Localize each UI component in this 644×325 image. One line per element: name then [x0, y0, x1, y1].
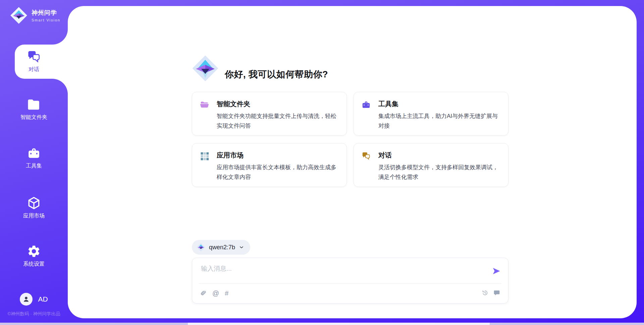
card-description: 应用市场提供丰富长文本模板，助力高效生成多样化文章内容 — [217, 162, 339, 182]
model-logo-icon — [197, 243, 205, 252]
brand: 神州问学 Smart Vision — [10, 7, 60, 24]
folder-icon — [27, 97, 41, 112]
toolbox-icon — [362, 100, 371, 109]
avatar — [20, 293, 33, 306]
tab-fillet-bottom — [52, 79, 68, 94]
message-input[interactable] — [200, 264, 485, 280]
card-title: 智能文件夹 — [217, 100, 339, 109]
sidebar-item-chat[interactable]: 对话 — [0, 50, 68, 73]
composer: @ # — [192, 258, 508, 304]
brand-subtitle: Smart Vision — [32, 18, 60, 22]
scrollbar-thumb[interactable] — [188, 323, 490, 325]
chat-icon — [362, 151, 371, 160]
brand-logo-icon — [10, 7, 28, 24]
feedback-icon[interactable] — [493, 289, 500, 296]
history-icon[interactable] — [482, 289, 488, 296]
send-icon — [492, 267, 501, 275]
topic-icon[interactable]: # — [225, 289, 228, 297]
app-root: 神州问学 Smart Vision 对话 — [0, 0, 644, 325]
hero-logo-icon — [192, 55, 219, 82]
chat-icon — [27, 50, 41, 64]
sidebar-footer: ©神州数码 · 神州问学出品 — [0, 311, 68, 317]
card-description: 智能文件夹功能支持批量文件上传与清洗，轻松实现文件问答 — [217, 111, 339, 131]
user-profile[interactable]: AD — [0, 293, 68, 306]
sidebar-item-label: 系统设置 — [23, 261, 45, 268]
card-app-market[interactable]: 应用市场 应用市场提供丰富长文本模板，助力高效生成多样化文章内容 — [192, 143, 347, 187]
cube-icon — [27, 196, 41, 210]
sidebar-item-label: 应用市场 — [23, 212, 45, 219]
toolbox-icon — [27, 146, 41, 160]
grid-icon — [200, 151, 209, 160]
card-title: 对话 — [378, 151, 501, 160]
card-toolbox[interactable]: 工具集 集成市场上主流工具，助力AI与外界无缝扩展与对接 — [354, 92, 508, 136]
sidebar-item-app-market[interactable]: 应用市场 — [0, 196, 68, 219]
card-description: 灵活切换多模型文件，支持多样回复效果调试，满足个性化需求 — [378, 162, 501, 182]
folder-open-icon — [200, 100, 209, 109]
mention-icon[interactable]: @ — [212, 289, 219, 297]
model-name: qwen2:7b — [209, 244, 235, 251]
main-panel: 你好, 我可以如何帮助你? 智能文件夹 智能文件夹功能支持批量文件上传与清洗，轻… — [68, 6, 637, 318]
feature-cards: 智能文件夹 智能文件夹功能支持批量文件上传与清洗，轻松实现文件问答 工具集 集成… — [192, 92, 508, 187]
sidebar-item-label: 工具集 — [26, 162, 42, 170]
sidebar-item-smart-folder[interactable]: 智能文件夹 — [0, 97, 68, 121]
composer-tools-left: @ # — [200, 289, 228, 297]
card-title: 工具集 — [378, 100, 501, 109]
chevron-down-icon — [239, 245, 244, 250]
sidebar-item-label: 对话 — [29, 66, 39, 73]
person-icon — [22, 295, 30, 303]
attach-icon[interactable] — [200, 290, 207, 297]
gear-icon — [27, 244, 41, 258]
composer-divider — [199, 283, 501, 284]
card-title: 应用市场 — [217, 151, 339, 160]
card-smart-folder[interactable]: 智能文件夹 智能文件夹功能支持批量文件上传与清洗，轻松实现文件问答 — [192, 92, 347, 136]
brand-name: 神州问学 — [32, 9, 60, 17]
horizontal-scrollbar[interactable] — [0, 323, 644, 325]
card-chat[interactable]: 对话 灵活切换多模型文件，支持多样回复效果调试，满足个性化需求 — [354, 143, 508, 187]
greeting-title: 你好, 我可以如何帮助你? — [225, 68, 328, 80]
user-initials: AD — [38, 295, 48, 303]
model-selector[interactable]: qwen2:7b — [192, 240, 250, 255]
composer-tools-right — [482, 289, 500, 296]
card-description: 集成市场上主流工具，助力AI与外界无缝扩展与对接 — [378, 111, 501, 131]
sidebar: 神州问学 Smart Vision 对话 — [0, 0, 68, 325]
tab-fillet-top — [52, 29, 68, 45]
sidebar-item-settings[interactable]: 系统设置 — [0, 244, 68, 268]
sidebar-item-label: 智能文件夹 — [20, 114, 47, 121]
sidebar-item-toolbox[interactable]: 工具集 — [0, 146, 68, 170]
send-button[interactable] — [492, 267, 501, 275]
